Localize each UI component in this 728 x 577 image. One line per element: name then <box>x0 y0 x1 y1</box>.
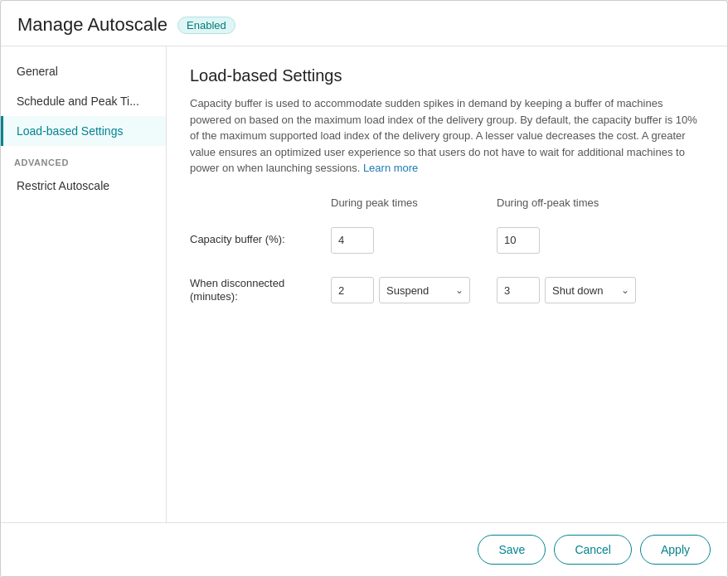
modal-body: General Schedule and Peak Ti... Load-bas… <box>1 46 727 522</box>
offpeak-action-dropdown-wrapper: Suspend Shut down Nothing ⌄ <box>545 277 636 303</box>
sidebar-item-load-based[interactable]: Load-based Settings <box>1 116 166 146</box>
capacity-buffer-peak-input[interactable] <box>331 227 374 254</box>
modal-header: Manage Autoscale Enabled <box>1 1 727 46</box>
description-text: Capacity buffer is used to accommodate s… <box>190 97 697 174</box>
when-disconnected-peak-cell: Suspend Shut down Nothing ⌄ <box>331 270 497 310</box>
sidebar-item-general[interactable]: General <box>1 56 166 86</box>
manage-autoscale-modal: Manage Autoscale Enabled General Schedul… <box>0 0 728 577</box>
offpeak-action-dropdown[interactable]: Suspend Shut down Nothing <box>545 277 636 303</box>
sidebar: General Schedule and Peak Ti... Load-bas… <box>1 46 167 522</box>
capacity-buffer-offpeak-input[interactable] <box>497 227 540 254</box>
peak-column-header: During peak times <box>331 196 497 216</box>
content-area: Load-based Settings Capacity buffer is u… <box>167 46 727 522</box>
capacity-buffer-peak-cell <box>331 221 497 260</box>
content-description: Capacity buffer is used to accommodate s… <box>190 95 704 177</box>
offpeak-column-header: During off-peak times <box>497 196 679 216</box>
apply-button[interactable]: Apply <box>640 535 711 565</box>
modal-title: Manage Autoscale <box>17 14 167 36</box>
when-disconnected-offpeak-input[interactable] <box>497 277 540 303</box>
advanced-section-label: ADVANCED <box>1 146 166 171</box>
peak-action-dropdown[interactable]: Suspend Shut down Nothing <box>379 277 470 303</box>
learn-more-link[interactable]: Learn more <box>363 162 418 174</box>
cancel-button[interactable]: Cancel <box>554 535 632 565</box>
content-title: Load-based Settings <box>190 66 704 85</box>
save-button[interactable]: Save <box>478 535 546 565</box>
status-badge: Enabled <box>177 17 235 34</box>
modal-footer: Save Cancel Apply <box>1 522 727 576</box>
when-disconnected-offpeak-cell: Suspend Shut down Nothing ⌄ <box>497 270 679 310</box>
column-empty <box>190 196 331 216</box>
peak-action-dropdown-wrapper: Suspend Shut down Nothing ⌄ <box>379 277 470 303</box>
sidebar-item-schedule-peak[interactable]: Schedule and Peak Ti... <box>1 86 166 116</box>
capacity-buffer-offpeak-cell <box>497 221 679 260</box>
capacity-buffer-label: Capacity buffer (%): <box>190 225 331 255</box>
when-disconnected-peak-input[interactable] <box>331 277 374 303</box>
sidebar-item-restrict-autoscale[interactable]: Restrict Autoscale <box>1 171 166 201</box>
when-disconnected-label: When disconnected (minutes): <box>190 269 331 313</box>
